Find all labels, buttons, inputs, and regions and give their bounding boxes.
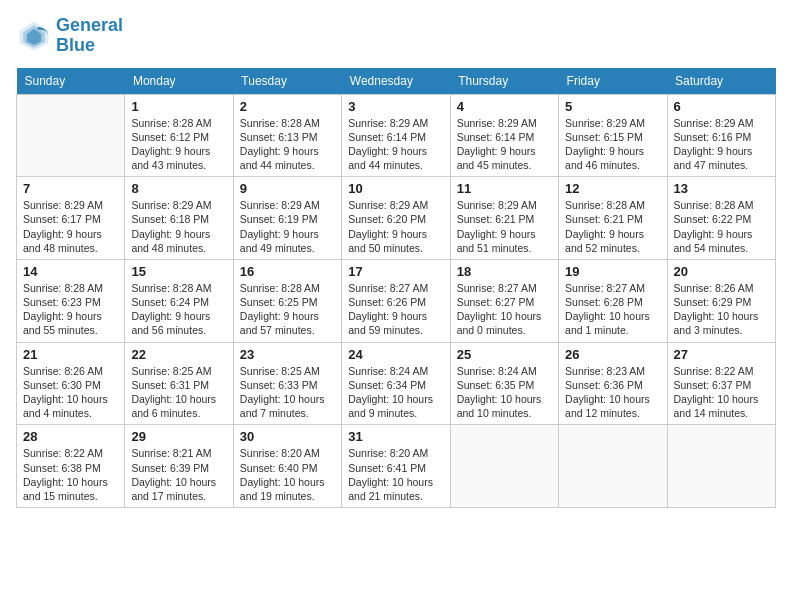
- logo: General Blue: [16, 16, 123, 56]
- day-info: Sunrise: 8:20 AM Sunset: 6:41 PM Dayligh…: [348, 446, 443, 503]
- day-info: Sunrise: 8:27 AM Sunset: 6:26 PM Dayligh…: [348, 281, 443, 338]
- day-info: Sunrise: 8:28 AM Sunset: 6:12 PM Dayligh…: [131, 116, 226, 173]
- calendar-cell: 23Sunrise: 8:25 AM Sunset: 6:33 PM Dayli…: [233, 342, 341, 425]
- day-info: Sunrise: 8:29 AM Sunset: 6:20 PM Dayligh…: [348, 198, 443, 255]
- day-info: Sunrise: 8:29 AM Sunset: 6:21 PM Dayligh…: [457, 198, 552, 255]
- day-number: 4: [457, 99, 552, 114]
- day-number: 27: [674, 347, 769, 362]
- day-info: Sunrise: 8:29 AM Sunset: 6:14 PM Dayligh…: [457, 116, 552, 173]
- calendar-cell: 12Sunrise: 8:28 AM Sunset: 6:21 PM Dayli…: [559, 177, 667, 260]
- dow-sunday: Sunday: [17, 68, 125, 95]
- calendar-cell: 11Sunrise: 8:29 AM Sunset: 6:21 PM Dayli…: [450, 177, 558, 260]
- day-number: 11: [457, 181, 552, 196]
- calendar-cell: 13Sunrise: 8:28 AM Sunset: 6:22 PM Dayli…: [667, 177, 775, 260]
- day-number: 17: [348, 264, 443, 279]
- calendar-cell: 19Sunrise: 8:27 AM Sunset: 6:28 PM Dayli…: [559, 259, 667, 342]
- day-number: 15: [131, 264, 226, 279]
- day-number: 20: [674, 264, 769, 279]
- day-number: 18: [457, 264, 552, 279]
- day-number: 14: [23, 264, 118, 279]
- day-info: Sunrise: 8:27 AM Sunset: 6:27 PM Dayligh…: [457, 281, 552, 338]
- day-number: 21: [23, 347, 118, 362]
- day-info: Sunrise: 8:24 AM Sunset: 6:35 PM Dayligh…: [457, 364, 552, 421]
- day-number: 9: [240, 181, 335, 196]
- day-info: Sunrise: 8:21 AM Sunset: 6:39 PM Dayligh…: [131, 446, 226, 503]
- day-info: Sunrise: 8:28 AM Sunset: 6:13 PM Dayligh…: [240, 116, 335, 173]
- day-info: Sunrise: 8:29 AM Sunset: 6:18 PM Dayligh…: [131, 198, 226, 255]
- day-number: 16: [240, 264, 335, 279]
- day-info: Sunrise: 8:23 AM Sunset: 6:36 PM Dayligh…: [565, 364, 660, 421]
- calendar-cell: 24Sunrise: 8:24 AM Sunset: 6:34 PM Dayli…: [342, 342, 450, 425]
- day-info: Sunrise: 8:25 AM Sunset: 6:31 PM Dayligh…: [131, 364, 226, 421]
- day-number: 10: [348, 181, 443, 196]
- calendar-cell: 16Sunrise: 8:28 AM Sunset: 6:25 PM Dayli…: [233, 259, 341, 342]
- calendar-cell: 17Sunrise: 8:27 AM Sunset: 6:26 PM Dayli…: [342, 259, 450, 342]
- day-info: Sunrise: 8:20 AM Sunset: 6:40 PM Dayligh…: [240, 446, 335, 503]
- calendar-cell: 8Sunrise: 8:29 AM Sunset: 6:18 PM Daylig…: [125, 177, 233, 260]
- calendar-cell: 25Sunrise: 8:24 AM Sunset: 6:35 PM Dayli…: [450, 342, 558, 425]
- day-info: Sunrise: 8:27 AM Sunset: 6:28 PM Dayligh…: [565, 281, 660, 338]
- dow-thursday: Thursday: [450, 68, 558, 95]
- day-info: Sunrise: 8:22 AM Sunset: 6:38 PM Dayligh…: [23, 446, 118, 503]
- dow-monday: Monday: [125, 68, 233, 95]
- calendar-cell: 29Sunrise: 8:21 AM Sunset: 6:39 PM Dayli…: [125, 425, 233, 508]
- calendar-cell: [450, 425, 558, 508]
- day-info: Sunrise: 8:28 AM Sunset: 6:23 PM Dayligh…: [23, 281, 118, 338]
- calendar-cell: [559, 425, 667, 508]
- day-number: 5: [565, 99, 660, 114]
- calendar-cell: 6Sunrise: 8:29 AM Sunset: 6:16 PM Daylig…: [667, 94, 775, 177]
- dow-friday: Friday: [559, 68, 667, 95]
- calendar-cell: 5Sunrise: 8:29 AM Sunset: 6:15 PM Daylig…: [559, 94, 667, 177]
- day-number: 6: [674, 99, 769, 114]
- logo-icon: [16, 18, 52, 54]
- calendar-cell: 9Sunrise: 8:29 AM Sunset: 6:19 PM Daylig…: [233, 177, 341, 260]
- day-info: Sunrise: 8:29 AM Sunset: 6:16 PM Dayligh…: [674, 116, 769, 173]
- day-number: 24: [348, 347, 443, 362]
- day-info: Sunrise: 8:28 AM Sunset: 6:21 PM Dayligh…: [565, 198, 660, 255]
- calendar-cell: [17, 94, 125, 177]
- day-info: Sunrise: 8:24 AM Sunset: 6:34 PM Dayligh…: [348, 364, 443, 421]
- calendar-cell: 1Sunrise: 8:28 AM Sunset: 6:12 PM Daylig…: [125, 94, 233, 177]
- calendar-cell: 30Sunrise: 8:20 AM Sunset: 6:40 PM Dayli…: [233, 425, 341, 508]
- calendar-cell: 15Sunrise: 8:28 AM Sunset: 6:24 PM Dayli…: [125, 259, 233, 342]
- day-info: Sunrise: 8:29 AM Sunset: 6:17 PM Dayligh…: [23, 198, 118, 255]
- day-number: 22: [131, 347, 226, 362]
- week-row-1: 7Sunrise: 8:29 AM Sunset: 6:17 PM Daylig…: [17, 177, 776, 260]
- day-number: 28: [23, 429, 118, 444]
- calendar-cell: 31Sunrise: 8:20 AM Sunset: 6:41 PM Dayli…: [342, 425, 450, 508]
- dow-saturday: Saturday: [667, 68, 775, 95]
- day-number: 7: [23, 181, 118, 196]
- calendar-cell: 28Sunrise: 8:22 AM Sunset: 6:38 PM Dayli…: [17, 425, 125, 508]
- day-info: Sunrise: 8:29 AM Sunset: 6:15 PM Dayligh…: [565, 116, 660, 173]
- calendar-cell: 10Sunrise: 8:29 AM Sunset: 6:20 PM Dayli…: [342, 177, 450, 260]
- day-number: 26: [565, 347, 660, 362]
- day-info: Sunrise: 8:29 AM Sunset: 6:14 PM Dayligh…: [348, 116, 443, 173]
- day-number: 1: [131, 99, 226, 114]
- calendar-cell: 18Sunrise: 8:27 AM Sunset: 6:27 PM Dayli…: [450, 259, 558, 342]
- day-number: 30: [240, 429, 335, 444]
- day-number: 19: [565, 264, 660, 279]
- days-of-week-header: SundayMondayTuesdayWednesdayThursdayFrid…: [17, 68, 776, 95]
- day-info: Sunrise: 8:22 AM Sunset: 6:37 PM Dayligh…: [674, 364, 769, 421]
- day-info: Sunrise: 8:25 AM Sunset: 6:33 PM Dayligh…: [240, 364, 335, 421]
- day-number: 8: [131, 181, 226, 196]
- calendar-cell: 27Sunrise: 8:22 AM Sunset: 6:37 PM Dayli…: [667, 342, 775, 425]
- day-info: Sunrise: 8:28 AM Sunset: 6:25 PM Dayligh…: [240, 281, 335, 338]
- day-number: 23: [240, 347, 335, 362]
- day-number: 29: [131, 429, 226, 444]
- calendar-cell: 2Sunrise: 8:28 AM Sunset: 6:13 PM Daylig…: [233, 94, 341, 177]
- day-info: Sunrise: 8:26 AM Sunset: 6:30 PM Dayligh…: [23, 364, 118, 421]
- day-number: 3: [348, 99, 443, 114]
- page-header: General Blue: [16, 16, 776, 56]
- week-row-3: 21Sunrise: 8:26 AM Sunset: 6:30 PM Dayli…: [17, 342, 776, 425]
- week-row-2: 14Sunrise: 8:28 AM Sunset: 6:23 PM Dayli…: [17, 259, 776, 342]
- day-number: 25: [457, 347, 552, 362]
- calendar-cell: 7Sunrise: 8:29 AM Sunset: 6:17 PM Daylig…: [17, 177, 125, 260]
- calendar-cell: [667, 425, 775, 508]
- day-info: Sunrise: 8:28 AM Sunset: 6:22 PM Dayligh…: [674, 198, 769, 255]
- calendar-cell: 21Sunrise: 8:26 AM Sunset: 6:30 PM Dayli…: [17, 342, 125, 425]
- calendar-cell: 20Sunrise: 8:26 AM Sunset: 6:29 PM Dayli…: [667, 259, 775, 342]
- calendar-cell: 26Sunrise: 8:23 AM Sunset: 6:36 PM Dayli…: [559, 342, 667, 425]
- logo-text: General Blue: [56, 16, 123, 56]
- day-number: 12: [565, 181, 660, 196]
